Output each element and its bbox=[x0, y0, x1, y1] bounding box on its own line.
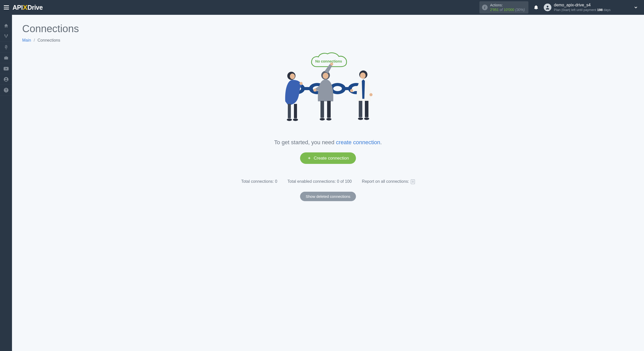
show-deleted-button[interactable]: Show deleted connections bbox=[300, 192, 356, 201]
page-title: Connections bbox=[22, 23, 634, 34]
connections-icon bbox=[4, 34, 9, 39]
sidebar-item-tools[interactable] bbox=[0, 53, 12, 63]
user-plan: Plan |Start| left until payment 198 days bbox=[554, 8, 611, 12]
billing-icon bbox=[4, 44, 8, 50]
home-icon bbox=[4, 23, 9, 28]
main-content: Connections Main / Connections No connec… bbox=[12, 15, 644, 351]
svg-rect-3 bbox=[6, 37, 6, 38]
sidebar-item-billing[interactable] bbox=[0, 42, 12, 53]
svg-point-27 bbox=[326, 118, 331, 120]
user-menu[interactable]: demo_apix-drive_s4 Plan |Start| left unt… bbox=[544, 3, 611, 12]
svg-point-31 bbox=[369, 93, 373, 96]
svg-point-30 bbox=[350, 89, 353, 92]
svg-point-19 bbox=[300, 82, 303, 85]
svg-point-22 bbox=[330, 63, 333, 66]
svg-point-14 bbox=[290, 74, 295, 79]
sidebar-item-home[interactable] bbox=[0, 20, 12, 31]
breadcrumb-current: Connections bbox=[38, 38, 60, 42]
info-icon: i bbox=[482, 5, 488, 10]
stat-report: Report on all connections: bbox=[362, 179, 415, 184]
sidebar bbox=[0, 15, 12, 351]
empty-illustration: No connections bbox=[275, 50, 382, 132]
svg-point-7 bbox=[5, 78, 7, 79]
user-info: demo_apix-drive_s4 Plan |Start| left unt… bbox=[554, 3, 611, 12]
sidebar-item-account[interactable] bbox=[0, 74, 12, 85]
svg-rect-16 bbox=[294, 104, 297, 118]
report-doc-icon[interactable] bbox=[411, 179, 415, 184]
actions-of: of bbox=[500, 8, 503, 12]
svg-point-21 bbox=[323, 73, 328, 79]
empty-tagline: To get started, you need create connecti… bbox=[274, 139, 382, 146]
svg-point-26 bbox=[320, 118, 325, 120]
logo-api: API bbox=[13, 4, 23, 11]
notifications-icon[interactable] bbox=[534, 5, 539, 10]
create-connection-label: Create connection bbox=[314, 156, 349, 161]
user-avatar-icon bbox=[544, 4, 551, 11]
actions-total: 10'000 bbox=[504, 8, 514, 12]
svg-rect-15 bbox=[288, 104, 291, 118]
svg-rect-25 bbox=[327, 101, 331, 118]
empty-state: No connections bbox=[22, 50, 634, 201]
help-icon bbox=[4, 88, 9, 93]
stat-enabled: Total enabled connections: 0 of 100 bbox=[288, 179, 352, 184]
svg-point-23 bbox=[313, 89, 316, 92]
svg-point-18 bbox=[293, 118, 298, 121]
svg-rect-2 bbox=[7, 34, 8, 35]
svg-point-29 bbox=[360, 72, 366, 79]
actions-counter[interactable]: i Actions: 2'951 of 10'000 (30%) bbox=[479, 1, 528, 14]
menu-toggle[interactable] bbox=[4, 5, 9, 9]
logo-x: X bbox=[22, 4, 28, 11]
svg-rect-24 bbox=[320, 101, 324, 118]
svg-rect-32 bbox=[359, 101, 362, 117]
stats-row: Total connections: 0 Total enabled conne… bbox=[241, 179, 415, 184]
logo[interactable]: APIXDrive bbox=[13, 4, 43, 11]
svg-point-17 bbox=[287, 118, 292, 121]
actions-percent: (30%) bbox=[515, 8, 525, 12]
create-connection-link[interactable]: create connection bbox=[336, 139, 380, 146]
user-name: demo_apix-drive_s4 bbox=[554, 3, 611, 8]
svg-point-34 bbox=[358, 117, 363, 120]
svg-rect-1 bbox=[4, 34, 5, 35]
user-menu-chevron-icon[interactable] bbox=[611, 5, 640, 10]
plus-icon: ＋ bbox=[307, 155, 311, 161]
breadcrumb: Main / Connections bbox=[22, 38, 634, 43]
actions-label: Actions: bbox=[490, 3, 525, 7]
sidebar-item-connections[interactable] bbox=[0, 31, 12, 42]
svg-point-9 bbox=[6, 91, 6, 91]
actions-used: 2'951 bbox=[490, 8, 499, 12]
cloud-text-svg: No connections bbox=[315, 59, 342, 63]
youtube-icon bbox=[3, 67, 9, 71]
briefcase-icon bbox=[4, 56, 9, 60]
logo-drive: Drive bbox=[27, 4, 43, 11]
account-icon bbox=[4, 77, 9, 82]
svg-point-0 bbox=[547, 6, 549, 7]
breadcrumb-main[interactable]: Main bbox=[22, 38, 31, 42]
sidebar-item-video[interactable] bbox=[0, 63, 12, 74]
actions-text: Actions: 2'951 of 10'000 (30%) bbox=[490, 3, 525, 12]
topbar: APIXDrive i Actions: 2'951 of 10'000 (30… bbox=[0, 0, 644, 15]
svg-point-35 bbox=[364, 117, 369, 120]
stat-total: Total connections: 0 bbox=[241, 179, 277, 184]
svg-rect-33 bbox=[365, 101, 368, 117]
sidebar-item-help[interactable] bbox=[0, 85, 12, 95]
create-connection-button[interactable]: ＋ Create connection bbox=[300, 152, 356, 164]
